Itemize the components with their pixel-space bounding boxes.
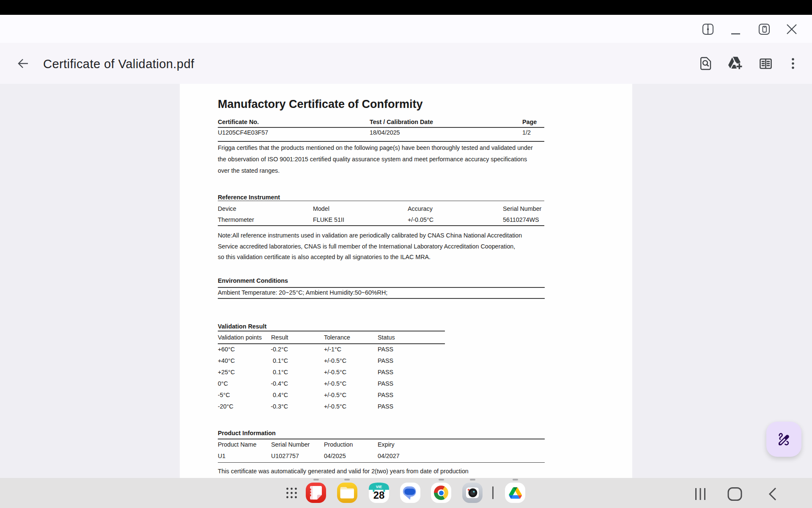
svg-text:28: 28: [373, 489, 385, 501]
svg-text:VIE: VIE: [376, 485, 382, 489]
